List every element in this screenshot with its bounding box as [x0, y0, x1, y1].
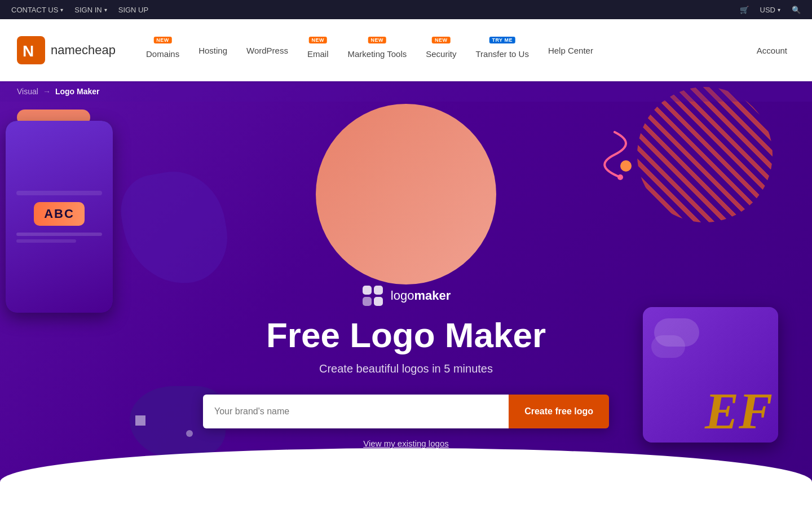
search-icon-topbar[interactable]: 🔍 — [792, 6, 801, 14]
badge-security: NEW — [432, 37, 451, 43]
view-existing-link[interactable]: View my existing logos — [363, 439, 448, 448]
phone-mockup: ABC — [6, 110, 130, 324]
card-ef-text: EF — [705, 386, 773, 437]
breadcrumb-current: Logo Maker — [55, 87, 100, 96]
sign-in-link[interactable]: SIGN IN — [74, 6, 107, 14]
breadcrumb-separator: → — [43, 87, 51, 96]
badge-domains: NEW — [153, 37, 172, 43]
hero-subtitle: Create beautiful logos in 5 minutes — [319, 362, 493, 375]
nav-items: NEW Domains Hosting WordPress NEW Email … — [138, 38, 749, 63]
squiggle-decoration — [603, 126, 643, 183]
logomaker-header: logomaker — [361, 284, 451, 307]
card-outer: EF — [643, 307, 778, 443]
brand-name-input[interactable] — [203, 395, 509, 428]
nav-item-domains[interactable]: NEW Domains — [138, 38, 187, 63]
badge-marketing: NEW — [368, 37, 387, 43]
badge-tryme: TRY ME — [489, 37, 515, 43]
nav-item-marketing-tools[interactable]: NEW Marketing Tools — [339, 38, 414, 63]
topbar-right: 🛒 USD 🔍 — [740, 6, 801, 14]
svg-rect-6 — [374, 297, 383, 306]
logo-area[interactable]: N namecheap — [17, 36, 116, 64]
card-cloud-2 — [651, 335, 685, 358]
contact-us-link[interactable]: CONTACT US — [11, 6, 63, 14]
nav-account[interactable]: Account — [749, 41, 795, 60]
navbar: N namecheap NEW Domains Hosting WordPres… — [0, 19, 812, 81]
topbar-left: CONTACT US SIGN IN SIGN UP — [11, 6, 148, 14]
sign-up-link[interactable]: SIGN UP — [118, 6, 148, 14]
blob-top-right — [316, 104, 496, 284]
nav-item-hosting[interactable]: Hosting — [191, 41, 235, 60]
create-free-logo-button[interactable]: Create free logo — [509, 395, 609, 428]
logomaker-label: logomaker — [391, 288, 451, 303]
svg-rect-5 — [363, 297, 372, 306]
card-mockup: EF — [643, 307, 789, 454]
nav-item-security[interactable]: NEW Security — [418, 38, 464, 63]
nav-item-help[interactable]: Help Center — [540, 41, 601, 60]
hero-wave — [0, 448, 812, 493]
svg-rect-3 — [363, 286, 372, 295]
phone-outer: ABC — [6, 121, 113, 313]
badge-email: NEW — [308, 37, 327, 43]
phone-screen: ABC — [6, 121, 113, 313]
hero-section: Visual → Logo Maker ABC — [0, 81, 812, 493]
svg-text:N: N — [23, 42, 34, 60]
below-hero: Browse logo design templates — [0, 493, 812, 508]
namecheap-logo-icon: N — [17, 36, 45, 64]
logomaker-icon — [361, 284, 384, 307]
blob-stripes — [637, 87, 773, 222]
phone-line-1 — [16, 191, 102, 195]
nav-item-email[interactable]: NEW Email — [299, 38, 337, 63]
search-row: Create free logo — [203, 395, 609, 428]
svg-point-2 — [617, 174, 623, 180]
logo-text: namecheap — [51, 43, 116, 58]
breadcrumb: Visual → Logo Maker — [0, 81, 812, 102]
phone-lines-group — [16, 233, 102, 243]
hero-title: Free Logo Maker — [266, 316, 546, 354]
nav-item-transfer[interactable]: TRY ME Transfer to Us — [467, 38, 536, 63]
nav-item-wordpress[interactable]: WordPress — [239, 41, 296, 60]
svg-rect-4 — [374, 286, 383, 295]
blob-mid-left — [115, 164, 235, 292]
cart-icon[interactable]: 🛒 — [740, 6, 749, 14]
breadcrumb-parent[interactable]: Visual — [17, 87, 38, 96]
phone-abc-text: ABC — [34, 202, 85, 226]
currency-selector[interactable]: USD — [760, 6, 780, 14]
topbar: CONTACT US SIGN IN SIGN UP 🛒 USD 🔍 — [0, 0, 812, 19]
scatter-circle-1 — [135, 415, 145, 426]
